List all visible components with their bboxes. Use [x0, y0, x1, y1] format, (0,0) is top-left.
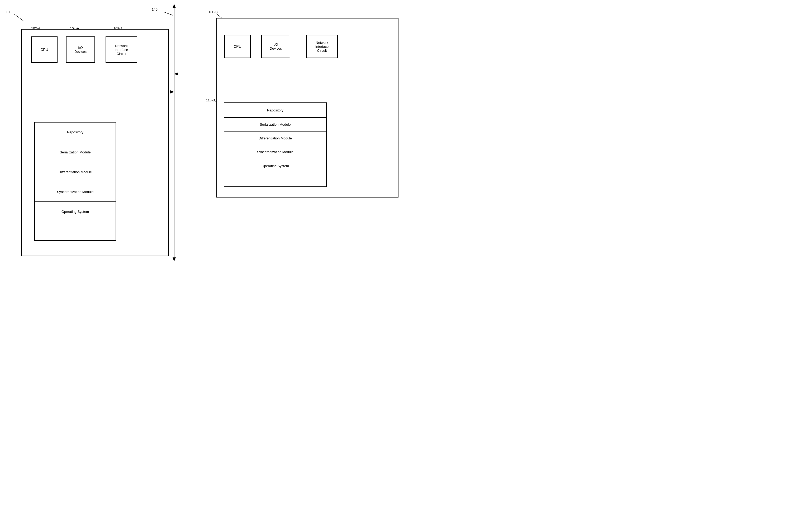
- right-differentiation-row: Differentiation Module: [224, 131, 326, 145]
- right-nic-box: Network Interface Circuit: [306, 35, 338, 58]
- left-synchronization-row: Synchronization Module: [35, 182, 116, 202]
- right-differentiation-label: Differentiation Module: [259, 136, 292, 140]
- label-100: 100: [6, 10, 12, 14]
- left-differentiation-label: Differentiation Module: [59, 170, 92, 174]
- diagram: 100 140 130-A 130-B 102-A 104-A 108-A 10…: [0, 0, 406, 265]
- left-serialization-row: Serialization Module: [35, 142, 116, 162]
- left-cpu-box: CPU: [31, 37, 58, 63]
- left-differentiation-row: Differentiation Module: [35, 162, 116, 182]
- svg-line-31: [14, 14, 24, 21]
- left-os-label: Operating System: [61, 210, 89, 214]
- right-cpu-label: CPU: [234, 44, 242, 48]
- left-os-row: Operating System: [35, 202, 116, 222]
- right-synchronization-label: Synchronization Module: [257, 150, 294, 154]
- svg-marker-4: [173, 4, 176, 8]
- right-io-label: I/O Devices: [270, 42, 282, 51]
- left-synchronization-label: Synchronization Module: [57, 190, 94, 194]
- left-repository-label: Repository: [67, 130, 83, 134]
- left-nic-label: Network Interface Circuit: [115, 44, 128, 56]
- left-stack: Repository Serialization Module Differen…: [34, 122, 116, 241]
- label-130b: 130-B: [208, 10, 218, 14]
- left-serialization-label: Serialization Module: [60, 150, 90, 154]
- left-repository-row: Repository: [35, 123, 116, 142]
- svg-marker-6: [170, 90, 174, 94]
- svg-line-34: [216, 14, 222, 18]
- right-serialization-row: Serialization Module: [224, 118, 326, 131]
- left-io-box: I/O Devices: [66, 37, 95, 63]
- right-repository-row: Repository: [224, 103, 326, 118]
- left-io-label: I/O Devices: [74, 46, 87, 54]
- right-os-row: Operating System: [224, 159, 326, 173]
- right-serialization-label: Serialization Module: [260, 123, 291, 126]
- right-os-label: Operating System: [262, 164, 289, 168]
- right-cpu-box: CPU: [224, 35, 251, 58]
- left-nic-box: Network Interface Circuit: [105, 37, 137, 63]
- label-140: 140: [152, 8, 158, 11]
- right-repository-label: Repository: [267, 108, 284, 112]
- right-nic-label: Network Interface Circuit: [315, 41, 329, 53]
- svg-line-32: [164, 12, 173, 15]
- label-110b: 110-B: [206, 98, 215, 102]
- svg-marker-8: [174, 72, 178, 75]
- left-cpu-label: CPU: [40, 47, 48, 52]
- right-synchronization-row: Synchronization Module: [224, 145, 326, 159]
- right-stack: Repository Serialization Module Differen…: [224, 102, 327, 187]
- right-io-box: I/O Devices: [261, 35, 290, 58]
- svg-marker-3: [173, 257, 176, 262]
